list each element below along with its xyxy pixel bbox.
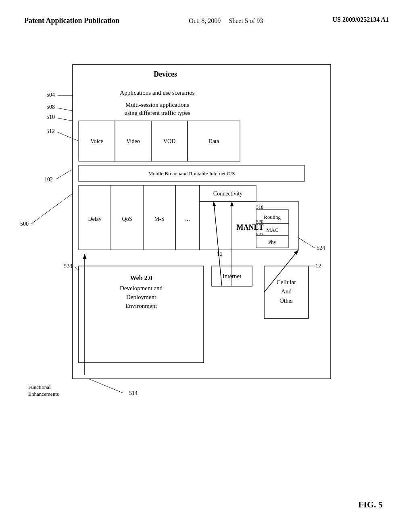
web20-line3: Deployment [126, 294, 156, 300]
devices-label: Devices [154, 70, 177, 78]
routing-label: Routing [264, 214, 281, 220]
data-label: Data [209, 138, 219, 144]
multisession-label: Multi-session applications [125, 102, 189, 108]
publication-title: Patent Application Publication [24, 16, 119, 25]
svg-line-27 [58, 118, 73, 121]
svg-line-31 [75, 267, 79, 270]
dots-label: ... [185, 215, 190, 222]
label-102: 102 [44, 177, 53, 183]
web20-line1: Web 2.0 [130, 274, 152, 281]
mac-label: MAC [266, 227, 278, 233]
label-528: 528 [64, 263, 72, 269]
web20-line4: Environment [125, 303, 157, 309]
svg-rect-0 [73, 64, 331, 379]
svg-line-20 [214, 202, 222, 286]
delay-label: Delay [88, 216, 101, 222]
label-520: 520 [256, 219, 263, 224]
label-510: 510 [46, 114, 55, 120]
functional-enh-label: Functional [28, 384, 51, 390]
header-center: Oct. 8, 2009 Sheet 5 of 93 [189, 16, 263, 26]
label-12a: 12 [217, 251, 223, 257]
functional-enh-label2: Enhancements [28, 391, 59, 397]
cellular-line2: And [281, 288, 292, 295]
ms-label: M-S [154, 216, 165, 222]
label-512: 512 [46, 128, 55, 134]
label-518: 518 [256, 204, 263, 210]
mobile-broadband-label: Mobile Broadband Routable Internet O/S [148, 170, 235, 177]
svg-line-29 [89, 379, 123, 393]
svg-line-23 [31, 193, 73, 224]
connectivity-label: Connectivity [213, 191, 242, 197]
label-508: 508 [46, 104, 55, 110]
svg-line-26 [58, 108, 73, 111]
qos-label: QoS [122, 216, 132, 222]
svg-line-28 [58, 132, 79, 141]
vod-label: VOD [163, 138, 175, 144]
using-label: using different traffic types [124, 110, 190, 116]
sheet-info: Sheet 5 of 93 [229, 17, 263, 24]
figure-label: FIG. 5 [358, 499, 383, 510]
page-header: Patent Application Publication Oct. 8, 2… [0, 16, 413, 26]
voice-label: Voice [90, 138, 103, 144]
svg-line-30 [298, 238, 315, 248]
manet-label: MANET [237, 223, 264, 231]
video-label: Video [126, 138, 140, 144]
label-524: 524 [317, 245, 325, 251]
web20-line2: Development and [120, 285, 163, 291]
svg-line-19 [264, 250, 298, 292]
phy-label: Phy [268, 239, 277, 245]
cellular-line1: Cellular [277, 279, 296, 285]
applications-label: Applications and use scenarios [120, 89, 195, 96]
cellular-line3: Other [280, 297, 293, 304]
label-504: 504 [46, 92, 55, 98]
svg-line-24 [56, 169, 73, 179]
label-522: 522 [256, 232, 263, 237]
label-500: 500 [20, 221, 29, 227]
label-12b: 12 [315, 263, 321, 269]
pub-date: Oct. 8, 2009 [189, 17, 221, 24]
patent-number: US 2009/0252134 A1 [332, 16, 389, 23]
main-diagram: Devices Applications and use scenarios M… [16, 52, 403, 508]
label-514: 514 [129, 390, 138, 396]
